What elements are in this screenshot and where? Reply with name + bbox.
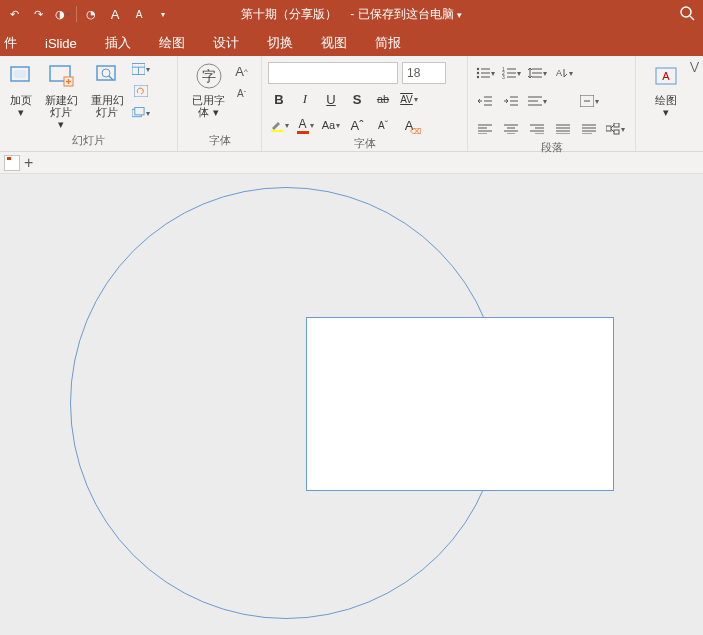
svg-text:字: 字 [202, 68, 216, 84]
reset-button[interactable] [132, 82, 150, 100]
svg-rect-68 [614, 123, 619, 127]
add-slide-button[interactable]: + [24, 154, 33, 172]
tab-file[interactable]: 件 [0, 30, 31, 56]
clear-format-button[interactable]: A⌫ [398, 114, 420, 136]
used-fonts-button[interactable]: 字 已用字体 ▾ [189, 60, 229, 118]
font-big-icon: 字 [193, 60, 225, 92]
qat-separator [76, 6, 77, 22]
font-size-adjust: A^ Aˇ [233, 62, 251, 102]
shape-rectangle[interactable] [306, 317, 614, 491]
tab-transitions[interactable]: 切换 [253, 30, 307, 56]
group-slides-label: 幻灯片 [0, 133, 177, 151]
align-right-button[interactable] [526, 118, 548, 140]
ribbon-tabs: 件 iSlide 插入 绘图 设计 切换 视图 简报 [0, 28, 703, 56]
decrease-indent-button[interactable] [474, 90, 496, 112]
font-shrink-icon[interactable]: A [127, 1, 151, 27]
svg-rect-14 [134, 85, 148, 97]
touch-mode-button[interactable]: ◔ [79, 1, 103, 27]
new-slide-button[interactable]: 新建幻灯片▾ [40, 60, 82, 130]
change-case-button[interactable]: Aa [320, 114, 342, 136]
layout-button[interactable] [132, 60, 150, 78]
window-title: 第十期（分享版） - 已保存到这台电脑 ▾ [241, 6, 462, 23]
new-slide-label: 新建幻灯片▾ [40, 94, 82, 130]
group-paragraph-label: 段落 [468, 140, 635, 155]
shrink-font-icon[interactable]: Aˇ [372, 114, 394, 136]
strike-button[interactable]: ab [372, 88, 394, 110]
svg-rect-69 [614, 130, 619, 134]
highlight-color-button[interactable] [268, 114, 290, 136]
tab-design[interactable]: 设计 [199, 30, 253, 56]
text-direction-button[interactable]: A [552, 62, 574, 84]
svg-line-1 [690, 16, 694, 20]
justify-button[interactable] [552, 118, 574, 140]
group-drawing-label [636, 133, 696, 151]
title-bar: ↶ ↷ ◑ ◔ A A ▾ 第十期（分享版） - 已保存到这台电脑 ▾ [0, 0, 703, 28]
tab-draw[interactable]: 绘图 [145, 30, 199, 56]
font-grow-icon[interactable]: A [103, 1, 127, 27]
add-page-button[interactable]: 加页▾ [6, 60, 36, 118]
shadow-button[interactable]: S [346, 88, 368, 110]
tab-view[interactable]: 视图 [307, 30, 361, 56]
columns-button[interactable] [578, 90, 600, 112]
outline-tab[interactable] [4, 155, 20, 171]
char-spacing-button[interactable]: AV [398, 88, 420, 110]
align-text-button[interactable] [526, 90, 548, 112]
group-font: B I U S ab AV A Aa Aˆ Aˇ A⌫ 字体 [262, 56, 468, 151]
section-button[interactable] [132, 104, 150, 122]
italic-button[interactable]: I [294, 88, 316, 110]
collapse-ribbon-icon[interactable]: ⋁ [690, 60, 699, 73]
align-left-button[interactable] [474, 118, 496, 140]
font-name-input[interactable] [268, 62, 398, 84]
align-center-button[interactable] [500, 118, 522, 140]
svg-text:A: A [662, 70, 670, 82]
qat-more-button[interactable]: ▾ [151, 1, 175, 27]
decrease-font-icon[interactable]: Aˇ [233, 84, 251, 102]
svg-text:A: A [556, 68, 562, 78]
group-usedfont: 字 已用字体 ▾ A^ Aˇ 字体 [178, 56, 262, 151]
undo-button[interactable]: ↶ [2, 1, 26, 27]
save-status: - 已保存到这台电脑 [350, 7, 453, 21]
underline-button[interactable]: U [320, 88, 342, 110]
quick-access-toolbar: ↶ ↷ ◑ ◔ A A ▾ [0, 1, 175, 27]
svg-point-22 [476, 72, 478, 74]
thumbnail-bar: + [0, 152, 703, 174]
reuse-slide-icon [91, 60, 123, 92]
reuse-slide-button[interactable]: 重用幻灯片 [86, 60, 128, 118]
numbering-button[interactable]: 123 [500, 62, 522, 84]
svg-point-0 [681, 7, 691, 17]
bold-button[interactable]: B [268, 88, 290, 110]
svg-point-20 [476, 68, 478, 70]
tab-insert[interactable]: 插入 [91, 30, 145, 56]
increase-indent-button[interactable] [500, 90, 522, 112]
add-page-icon [5, 60, 37, 92]
svg-rect-3 [14, 70, 26, 78]
font-color-button[interactable]: A [294, 114, 316, 136]
group-paragraph: 123 A 段落 [468, 56, 636, 151]
tab-islide[interactable]: iSlide [31, 30, 91, 56]
search-icon[interactable] [679, 5, 695, 23]
slide-canvas[interactable] [0, 174, 703, 635]
group-usedfont-label: 字体 [178, 133, 261, 151]
ribbon: 加页▾ 新建幻灯片▾ 重用幻灯片 [0, 56, 703, 152]
font-size-input[interactable] [402, 62, 446, 84]
drawing-button[interactable]: A 绘图▾ [645, 60, 687, 118]
start-slideshow-button[interactable]: ◑ [50, 1, 74, 27]
redo-button[interactable]: ↷ [26, 1, 50, 27]
line-spacing-button[interactable] [526, 62, 548, 84]
smartart-button[interactable] [604, 118, 626, 140]
used-fonts-label: 已用字体 ▾ [192, 94, 225, 118]
svg-rect-8 [97, 66, 115, 80]
group-drawing: A 绘图▾ [636, 56, 696, 151]
distribute-button[interactable] [578, 118, 600, 140]
tab-brief[interactable]: 简报 [361, 30, 415, 56]
increase-font-icon[interactable]: A^ [233, 62, 251, 80]
svg-rect-19 [271, 130, 283, 132]
group-font-label: 字体 [262, 136, 467, 151]
drawing-label: 绘图▾ [655, 94, 677, 118]
slides-small-buttons [132, 60, 150, 122]
grow-font-icon[interactable]: Aˆ [346, 114, 368, 136]
svg-point-9 [102, 69, 110, 77]
bullets-button[interactable] [474, 62, 496, 84]
svg-rect-67 [606, 126, 611, 131]
group-slides: 加页▾ 新建幻灯片▾ 重用幻灯片 [0, 56, 178, 151]
